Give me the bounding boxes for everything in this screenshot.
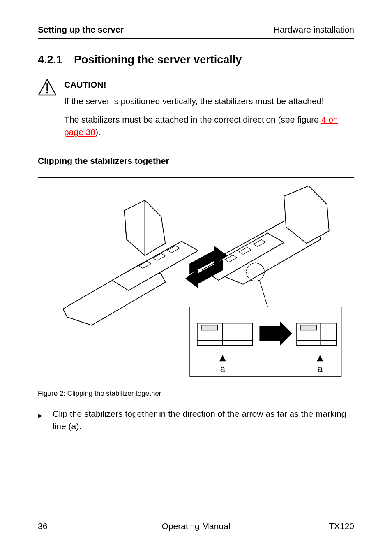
inset-label-a-left: a [220,364,226,374]
step-text: Clip the stabilizers together in the dir… [53,408,354,433]
footer-center: Operating Manual [162,521,231,531]
svg-point-1 [46,92,48,94]
figure-box: a a [38,177,354,387]
header-right: Hardware installation [274,25,354,35]
svg-rect-9 [296,340,337,345]
caution-para-2-prefix: The stabilizers must be attached in the … [64,115,321,124]
svg-rect-6 [197,340,252,345]
running-header: Setting up the server Hardware installat… [38,25,354,38]
header-rule [38,38,354,39]
header-left: Setting up the server [38,25,124,35]
step-bullet-icon [38,408,45,433]
caution-para-1: If the server is positioned vertically, … [64,95,354,107]
svg-line-3 [259,280,267,307]
section-number: 4.2.1 [38,53,62,66]
running-footer: 36 Operating Manual TX120 [38,521,354,531]
step-list: Clip the stabilizers together in the dir… [38,408,354,433]
figure-inset: a a [190,307,341,376]
page: Setting up the server Hardware installat… [0,0,392,555]
step-item: Clip the stabilizers together in the dir… [38,408,354,433]
figure-caption: Figure 2: Clipping the stabilizer togeth… [38,390,354,398]
caution-para-2: The stabilizers must be attached in the … [64,114,354,139]
figure-illustration: a a [38,178,354,387]
footer-page-number: 36 [38,521,47,531]
caution-label: CAUTION! [64,79,354,91]
caution-para-2-suffix: ). [95,127,101,137]
footer-rule [38,517,354,517]
caution-icon [38,79,57,144]
section-title-text: Positioning the server vertically [74,53,242,66]
section-heading: 4.2.1 Positioning the server vertically [38,53,354,66]
caution-block: CAUTION! If the server is positioned ver… [38,79,354,144]
inset-label-a-right: a [318,364,323,374]
footer-right: TX120 [329,521,354,531]
subheading: Clipping the stabilizers together [38,156,354,166]
caution-body: CAUTION! If the server is positioned ver… [64,79,354,144]
